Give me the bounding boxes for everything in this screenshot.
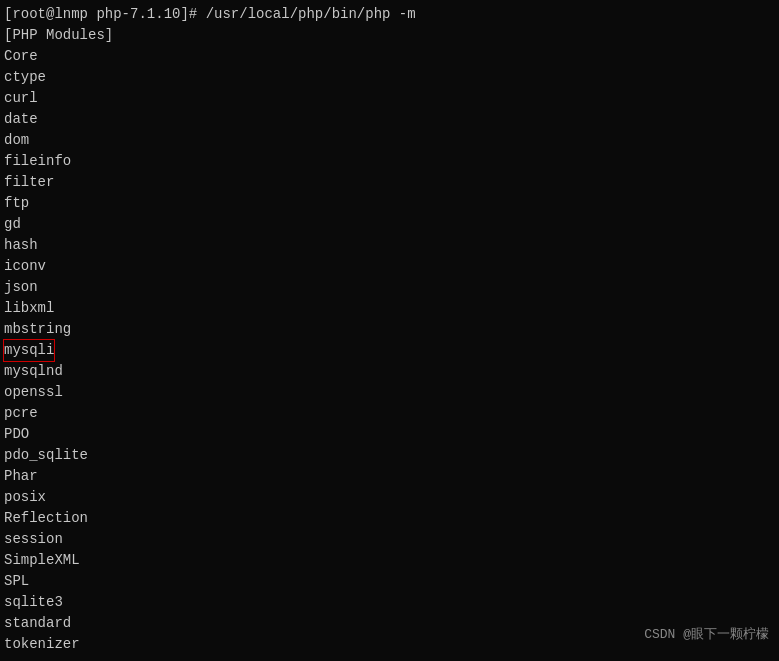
module-line: sqlite3 xyxy=(4,592,775,613)
module-line: SimpleXML xyxy=(4,550,775,571)
command-line: [root@lnmp php-7.1.10]# /usr/local/php/b… xyxy=(4,4,775,25)
module-line: mysqli xyxy=(4,340,775,361)
module-line: hash xyxy=(4,235,775,256)
module-line: iconv xyxy=(4,256,775,277)
watermark: CSDN @眼下一颗柠檬 xyxy=(644,625,769,643)
module-line: filter xyxy=(4,172,775,193)
module-line: libxml xyxy=(4,298,775,319)
module-line: Reflection xyxy=(4,508,775,529)
php-modules-header: [PHP Modules] xyxy=(4,25,775,46)
module-line: posix xyxy=(4,487,775,508)
module-line: dom xyxy=(4,130,775,151)
module-line: session xyxy=(4,529,775,550)
module-line: mysqlnd xyxy=(4,361,775,382)
module-line: curl xyxy=(4,88,775,109)
module-line: PDO xyxy=(4,424,775,445)
module-line: Core xyxy=(4,46,775,67)
module-line: ftp xyxy=(4,193,775,214)
module-line: json xyxy=(4,277,775,298)
module-line: gd xyxy=(4,214,775,235)
module-line: Phar xyxy=(4,466,775,487)
module-line: fileinfo xyxy=(4,151,775,172)
module-line: date xyxy=(4,109,775,130)
module-line: mbstring xyxy=(4,319,775,340)
module-line: ctype xyxy=(4,67,775,88)
terminal-window: [root@lnmp php-7.1.10]# /usr/local/php/b… xyxy=(0,0,779,661)
module-line: pdo_sqlite xyxy=(4,445,775,466)
module-line: pcre xyxy=(4,403,775,424)
module-line: openssl xyxy=(4,382,775,403)
module-line: SPL xyxy=(4,571,775,592)
highlighted-module: mysqli xyxy=(4,340,54,361)
